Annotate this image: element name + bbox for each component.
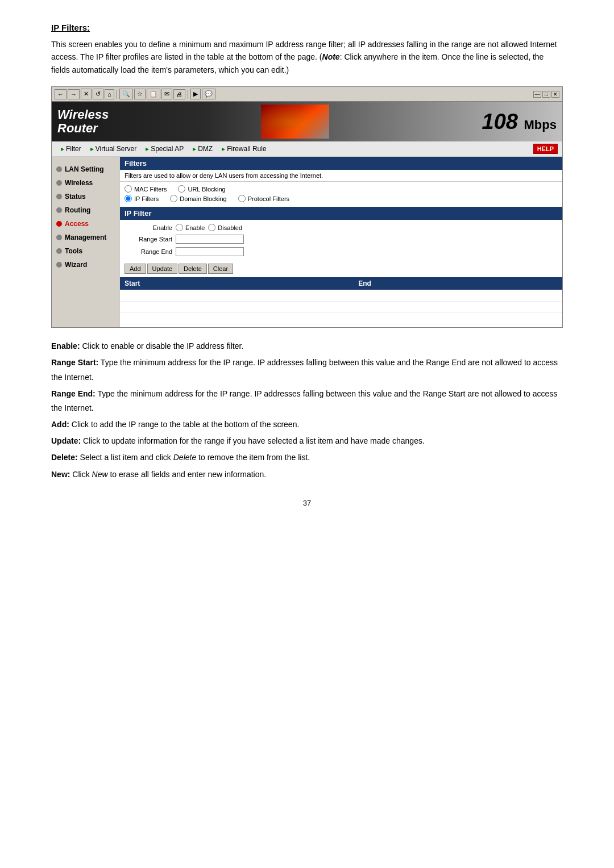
delete-button[interactable]: Delete bbox=[179, 264, 207, 274]
sidebar-dot-tools bbox=[56, 248, 62, 254]
range-end-input[interactable] bbox=[176, 247, 244, 256]
main-layout: LAN Setting Wireless Status Routing bbox=[52, 157, 562, 327]
note-label: Note bbox=[322, 52, 340, 61]
range-end-control bbox=[176, 247, 244, 256]
intro-description: This screen enables you to define a mini… bbox=[51, 38, 563, 76]
sidebar-item-tools[interactable]: Tools bbox=[52, 244, 119, 258]
toolbar-separator bbox=[117, 90, 117, 99]
print-button[interactable]: 🖨 bbox=[173, 89, 185, 99]
stop-button[interactable]: ✕ bbox=[81, 89, 92, 99]
browser-toolbar: ← → ✕ ↺ ⌂ 🔍 ☆ 📋 ✉ 🖨 ▶ 💬 — □ ✕ bbox=[51, 86, 563, 101]
toolbar-separator2 bbox=[188, 90, 188, 99]
nav-firewall-rule[interactable]: Firewall Rule bbox=[217, 144, 271, 154]
desc-range-start: Range Start: Type the minimum address fo… bbox=[51, 356, 563, 384]
disabled-radio[interactable] bbox=[208, 224, 215, 231]
sidebar-item-access[interactable]: Access bbox=[52, 217, 119, 231]
section-title: IP Filters: bbox=[51, 23, 563, 32]
sidebar-item-routing[interactable]: Routing bbox=[52, 203, 119, 217]
filter-mac[interactable]: MAC Filters bbox=[125, 185, 167, 193]
update-button[interactable]: Update bbox=[147, 264, 177, 274]
filter-row-1: MAC Filters URL Blocking bbox=[125, 184, 558, 194]
sidebar-dot-status bbox=[56, 194, 62, 199]
home-button[interactable]: ⌂ bbox=[105, 89, 114, 99]
back-button[interactable]: ← bbox=[55, 89, 67, 99]
desc-update: Update: Click to update information for … bbox=[51, 434, 563, 448]
refresh-button[interactable]: ↺ bbox=[93, 89, 103, 99]
filters-header: Filters bbox=[120, 157, 562, 170]
messenger-button[interactable]: 💬 bbox=[202, 89, 215, 99]
router-speed: 108 Mbps bbox=[482, 110, 557, 134]
sidebar-dot-management bbox=[56, 235, 62, 240]
desc-new: New: Click New to erase all fields and e… bbox=[51, 468, 563, 482]
filter-mac-radio[interactable] bbox=[125, 185, 132, 193]
enable-row: Enable Enable Disabled bbox=[120, 222, 562, 233]
clear-button[interactable]: Clear bbox=[208, 264, 233, 274]
ip-filter-form: Enable Enable Disabled bbox=[120, 220, 562, 260]
maximize-button[interactable]: □ bbox=[542, 91, 550, 98]
router-interface: Wireless Router 108 Mbps Filter Virtual … bbox=[52, 102, 562, 327]
help-button[interactable]: HELP bbox=[533, 144, 558, 154]
col-end: End bbox=[354, 277, 562, 290]
sidebar-item-lan-setting[interactable]: LAN Setting bbox=[52, 162, 119, 176]
enable-controls: Enable Disabled bbox=[176, 224, 242, 231]
router-eagle-image bbox=[261, 105, 329, 139]
ip-table-body bbox=[120, 290, 562, 324]
range-end-label: Range End bbox=[125, 248, 176, 255]
ip-filter-header: IP Filter bbox=[120, 207, 562, 220]
enable-radio[interactable] bbox=[176, 224, 183, 231]
forward-button[interactable]: → bbox=[68, 89, 80, 99]
desc-delete: Delete: Select a list item and click Del… bbox=[51, 450, 563, 465]
filter-row-2: IP Filters Domain Blocking Protocol Filt… bbox=[125, 194, 558, 203]
desc-add: Add: Click to add the IP range to the ta… bbox=[51, 418, 563, 432]
filter-url[interactable]: URL Blocking bbox=[178, 185, 225, 193]
sidebar-item-wizard[interactable]: Wizard bbox=[52, 258, 119, 272]
sidebar-dot-wireless bbox=[56, 180, 62, 186]
favorites-button[interactable]: ☆ bbox=[134, 89, 146, 99]
page-number: 37 bbox=[51, 499, 563, 507]
filter-url-radio[interactable] bbox=[178, 185, 185, 193]
nav-filter[interactable]: Filter bbox=[56, 144, 86, 154]
router-header: Wireless Router 108 Mbps bbox=[52, 102, 562, 141]
nav-special-ap[interactable]: Special AP bbox=[141, 144, 188, 154]
sidebar-item-management[interactable]: Management bbox=[52, 231, 119, 244]
filter-protocol-radio[interactable] bbox=[238, 195, 246, 202]
sidebar-item-wireless[interactable]: Wireless bbox=[52, 176, 119, 190]
mail-button[interactable]: ✉ bbox=[161, 89, 172, 99]
history-button[interactable]: 📋 bbox=[147, 89, 160, 99]
range-end-row: Range End bbox=[120, 245, 562, 258]
nav-dmz[interactable]: DMZ bbox=[188, 144, 217, 154]
nav-virtual-server[interactable]: Virtual Server bbox=[86, 144, 141, 154]
enable-option[interactable]: Enable bbox=[176, 224, 205, 231]
media-button[interactable]: ▶ bbox=[190, 89, 201, 99]
filters-description: Filters are used to allow or deny LAN us… bbox=[120, 170, 562, 182]
range-start-input[interactable] bbox=[176, 235, 244, 244]
search-button[interactable]: 🔍 bbox=[119, 89, 133, 99]
sidebar-dot-routing bbox=[56, 207, 62, 213]
sidebar-dot-wizard bbox=[56, 262, 62, 268]
range-start-control bbox=[176, 235, 244, 244]
browser-window: Wireless Router 108 Mbps Filter Virtual … bbox=[51, 101, 563, 328]
filter-ip[interactable]: IP Filters bbox=[125, 195, 159, 202]
range-start-row: Range Start bbox=[120, 233, 562, 245]
filter-ip-radio[interactable] bbox=[125, 195, 132, 202]
sidebar-item-status[interactable]: Status bbox=[52, 190, 119, 203]
disabled-option[interactable]: Disabled bbox=[208, 224, 242, 231]
enable-label: Enable bbox=[125, 224, 176, 231]
filter-protocol[interactable]: Protocol Filters bbox=[238, 195, 289, 202]
filter-domain-radio[interactable] bbox=[170, 195, 177, 202]
desc-range-end: Range End: Type the minimum address for … bbox=[51, 387, 563, 415]
nav-bar: Filter Virtual Server Special AP DMZ Fir… bbox=[52, 141, 562, 157]
main-content: Filters Filters are used to allow or den… bbox=[120, 157, 562, 327]
sidebar-dot-access bbox=[56, 221, 62, 227]
add-button[interactable]: Add bbox=[125, 264, 146, 274]
router-logo: Wireless Router bbox=[57, 108, 109, 135]
close-button[interactable]: ✕ bbox=[551, 91, 559, 98]
table-row-empty2 bbox=[120, 301, 562, 312]
filter-domain[interactable]: Domain Blocking bbox=[170, 195, 227, 202]
sidebar: LAN Setting Wireless Status Routing bbox=[52, 157, 120, 327]
buttons-row: Add Update Delete Clear bbox=[120, 260, 562, 277]
minimize-button[interactable]: — bbox=[533, 91, 541, 98]
ip-table: Start End bbox=[120, 277, 562, 324]
body-descriptions: Enable: Click to enable or disable the I… bbox=[51, 339, 563, 482]
content-area: IP Filters: This screen enables you to d… bbox=[51, 23, 563, 507]
